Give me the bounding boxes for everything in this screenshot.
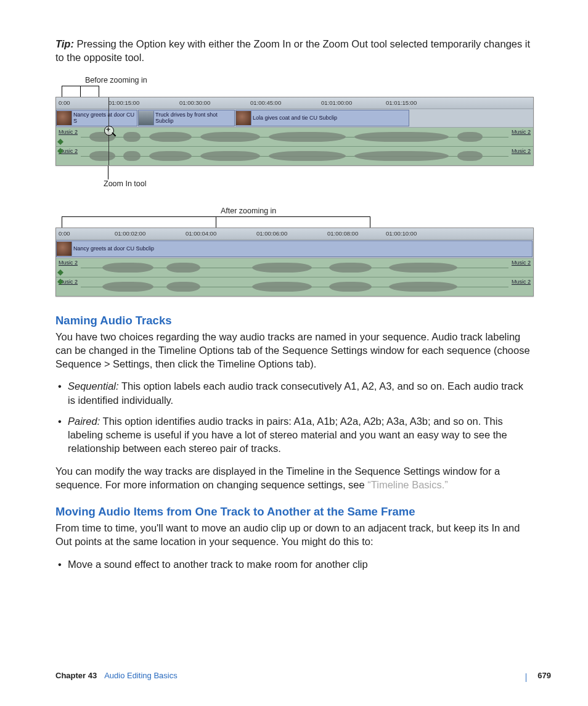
ruler-tick: 01:00:08:00 bbox=[327, 230, 358, 237]
clip-thumbnail bbox=[57, 242, 72, 256]
callout-line bbox=[62, 86, 62, 97]
audio-track-label: Music 2 bbox=[510, 279, 532, 285]
svg-marker-0 bbox=[57, 139, 63, 145]
ruler-tick: 01:01:15:00 bbox=[386, 99, 417, 106]
audio-track-label: Music 2 bbox=[510, 260, 532, 266]
term-paired: Paired: bbox=[68, 416, 100, 427]
link-timeline-basics[interactable]: “Timeline Basics.” bbox=[367, 479, 448, 490]
ruler-tick: 01:00:30:00 bbox=[179, 99, 210, 106]
ruler-tick: 01:00:06:00 bbox=[256, 230, 287, 237]
page-footer: Chapter 43 Audio Editing Basics 679 bbox=[55, 671, 551, 680]
svg-marker-2 bbox=[57, 269, 63, 276]
moving-reason-list: Move a sound effect to another track to … bbox=[55, 557, 533, 571]
clip-thumbnail bbox=[236, 111, 251, 125]
callout-line bbox=[62, 86, 99, 86]
term-sequential: Sequential: bbox=[68, 380, 119, 392]
ruler-tick: 0:00 bbox=[59, 230, 70, 237]
svg-marker-3 bbox=[57, 279, 63, 285]
audio-track: Music 2 Music 2 bbox=[56, 128, 533, 147]
heading-moving-audio-items: Moving Audio Items from One Track to Ano… bbox=[55, 505, 533, 519]
figure-after-zoom: After zooming in 0:00 01:00:02:00 01:00:… bbox=[55, 207, 533, 297]
footer-chapter-number: Chapter 43 bbox=[55, 671, 97, 680]
ruler-tick: 01:00:15:00 bbox=[108, 99, 139, 106]
video-clip: Nancy greets at door CU S bbox=[56, 110, 137, 126]
tip-label: Tip: bbox=[55, 38, 74, 49]
moving-reason-1: Move a sound effect to another track to … bbox=[68, 559, 368, 570]
video-clip: Lola gives coat and tie CU Subclip bbox=[235, 110, 409, 126]
moving-body: From time to time, you'll want to move a… bbox=[55, 521, 533, 549]
callout-zoom-tool: Zoom In tool bbox=[104, 179, 146, 188]
timeline-before: 0:00 01:00:15:00 01:00:30:00 01:00:45:00… bbox=[55, 97, 534, 166]
stereo-link-icon bbox=[57, 279, 63, 285]
audio-track: Music 2 Music 2 bbox=[56, 258, 533, 277]
callout-line bbox=[80, 86, 81, 97]
footer-divider bbox=[526, 673, 526, 682]
audio-track-label: Music 2 bbox=[510, 129, 532, 135]
video-clip: Truck drives by front shot Subclip bbox=[138, 110, 235, 126]
callout-line bbox=[370, 216, 370, 228]
stereo-link-icon bbox=[57, 139, 63, 145]
clip-label: Truck drives by front shot Subclip bbox=[155, 112, 234, 124]
heading-naming-audio-tracks: Naming Audio Tracks bbox=[55, 314, 533, 327]
audio-track-label: Music 2 bbox=[57, 260, 79, 266]
video-track: Nancy greets at door CU Subclip bbox=[56, 240, 533, 258]
tip-text: Pressing the Option key with either the … bbox=[55, 38, 530, 63]
ruler-tick: 01:00:10:00 bbox=[386, 230, 417, 237]
naming-body: You have two choices regarding the way a… bbox=[55, 330, 533, 371]
audio-track: Music 2 Music 2 bbox=[56, 277, 533, 296]
audio-track-label: Music 2 bbox=[510, 148, 532, 154]
footer-chapter-title: Audio Editing Basics bbox=[104, 671, 537, 680]
term-sequential-desc: This option labels each audio track cons… bbox=[68, 380, 523, 405]
ruler-tick: 01:00:04:00 bbox=[186, 230, 216, 237]
timeline-after: 0:00 01:00:02:00 01:00:04:00 01:00:06:00… bbox=[55, 228, 534, 297]
stereo-link-icon bbox=[57, 148, 63, 154]
tip-paragraph: Tip: Pressing the Option key with either… bbox=[55, 37, 533, 65]
audio-waveform bbox=[81, 150, 508, 162]
naming-option-list: Sequential: This option labels each audi… bbox=[55, 379, 533, 455]
audio-track: Music 2 Music 2 bbox=[56, 147, 533, 165]
video-track: Nancy greets at door CU S Truck drives b… bbox=[56, 109, 533, 128]
clip-label: Lola gives coat and tie CU Subclip bbox=[253, 115, 337, 121]
svg-marker-1 bbox=[57, 148, 63, 154]
callout-line bbox=[216, 216, 216, 228]
callout-after-zoom: After zooming in bbox=[221, 207, 276, 215]
clip-thumbnail bbox=[139, 111, 154, 125]
clip-label: Nancy greets at door CU S bbox=[73, 112, 137, 124]
figure-before-zoom: Before zooming in 0:00 01:00:15:00 01:00… bbox=[55, 76, 533, 189]
stereo-link-icon bbox=[57, 269, 63, 276]
ruler-tick: 01:00:02:00 bbox=[115, 230, 145, 237]
list-item: Sequential: This option labels each audi… bbox=[67, 379, 533, 407]
callout-line bbox=[62, 216, 62, 228]
ruler-tick: 01:00:45:00 bbox=[250, 99, 281, 106]
audio-track-label: Music 2 bbox=[57, 129, 79, 135]
audio-waveform bbox=[81, 261, 508, 274]
timeline-ruler: 0:00 01:00:15:00 01:00:30:00 01:00:45:00… bbox=[56, 97, 533, 109]
list-item: Move a sound effect to another track to … bbox=[67, 557, 533, 571]
audio-waveform bbox=[81, 281, 508, 293]
list-item: Paired: This option identifies audio tra… bbox=[67, 414, 533, 456]
audio-waveform bbox=[81, 131, 508, 143]
footer-page-number: 679 bbox=[537, 671, 551, 680]
clip-thumbnail bbox=[57, 111, 72, 125]
callout-line bbox=[99, 86, 99, 97]
zoom-in-cursor-icon bbox=[104, 126, 114, 136]
callout-line bbox=[62, 216, 370, 217]
video-clip: Nancy greets at door CU Subclip bbox=[56, 240, 533, 257]
callout-line bbox=[108, 166, 108, 179]
naming-body-2: You can modify the way tracks are displa… bbox=[55, 464, 533, 492]
callout-before-zoom: Before zooming in bbox=[85, 76, 147, 84]
timeline-ruler: 0:00 01:00:02:00 01:00:04:00 01:00:06:00… bbox=[56, 228, 533, 240]
ruler-tick: 0:00 bbox=[59, 99, 70, 106]
ruler-tick: 01:01:00:00 bbox=[321, 99, 352, 106]
clip-label: Nancy greets at door CU Subclip bbox=[73, 245, 154, 252]
term-paired-desc: This option identifies audio tracks in p… bbox=[68, 416, 507, 454]
